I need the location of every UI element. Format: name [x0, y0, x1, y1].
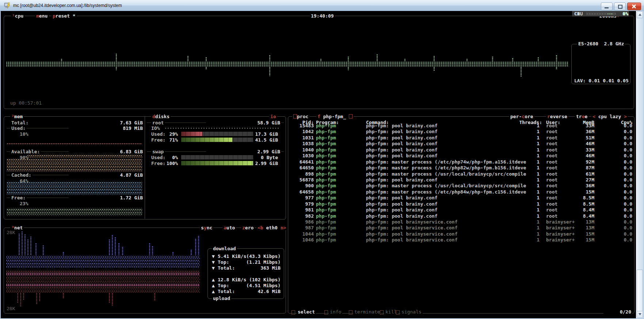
footer-terminate[interactable]: terminate — [353, 309, 381, 315]
process-row[interactable]: 981 php-fpm php-fpm: pool brainy.conf 1 … — [288, 207, 634, 213]
scrollbar-down-button[interactable] — [637, 311, 643, 318]
process-program: php-fpm — [316, 195, 336, 200]
io-mode-button[interactable]: io — [269, 114, 277, 119]
tab-mem[interactable]: ²mem — [10, 114, 24, 119]
process-cpu: 0.0 — [607, 135, 632, 140]
titlebar[interactable]: mc [root@ub24.itdeveloper.com.ua]:/lib/s… — [0, 0, 644, 11]
process-row[interactable]: 977 php-fpm php-fpm: pool brainy.conf 1 … — [288, 195, 634, 201]
net-sync-button[interactable]: sync — [200, 225, 213, 230]
preset-hotkey: p — [53, 13, 56, 19]
disk-swap-name: swap — [151, 149, 165, 154]
process-cpu: 0.0 — [607, 141, 632, 146]
scrollbar-up-button[interactable] — [637, 11, 643, 18]
scrollbar-thumb[interactable] — [637, 270, 643, 311]
menu-button[interactable]: menu — [35, 13, 49, 19]
disk-swap-size: 2.99 GiB — [206, 149, 281, 154]
footer-signals[interactable]: signals — [400, 309, 423, 315]
tab-cpu[interactable]: ¹cpu — [11, 13, 24, 19]
process-pid: 1030 — [288, 153, 314, 158]
process-pid: 979 — [288, 201, 314, 207]
process-row[interactable]: 1031 php-fpm php-fpm: pool brainy.conf 1… — [288, 135, 634, 141]
terminal-scrollbar[interactable] — [636, 11, 643, 318]
reverse-post: everse — [550, 114, 567, 119]
process-program: php-fpm — [316, 177, 336, 183]
process-threads: 1 — [512, 129, 540, 134]
kill-key-icon[interactable] — [380, 310, 384, 315]
process-row[interactable]: 982 php-fpm php-fpm: pool brainy.conf 1 … — [288, 213, 634, 219]
mem-row-percent: 10% — [20, 131, 28, 137]
zero-post: ero — [245, 225, 254, 230]
process-threads: 1 — [512, 141, 540, 146]
reverse-toggle[interactable]: reverse — [546, 114, 568, 119]
upload-arrow-icon: ▲ — [212, 283, 215, 288]
tab-proc[interactable]: proc — [292, 114, 309, 119]
process-row[interactable]: 15483 php-fpm php-fpm: pool brainy.conf … — [288, 123, 634, 129]
process-command: php-fpm: pool brainy.conf — [366, 147, 438, 153]
lav-gap — [586, 78, 588, 83]
core-label: C3 — [574, 11, 580, 16]
process-row[interactable]: 987 php-fpm php-fpm: pool brainyservice.… — [288, 225, 634, 231]
proc-tab-label: proc — [297, 114, 308, 119]
process-row[interactable]: 900 php-fpm php-fpm: master process (/us… — [288, 183, 634, 189]
mem-row-value: 819 MiB — [69, 125, 144, 131]
info-key-icon[interactable] — [324, 310, 328, 315]
process-row[interactable]: 1044 php-fpm php-fpm: pool brainyservice… — [288, 231, 634, 237]
process-row[interactable]: 1040 php-fpm php-fpm: pool brainy.conf 1… — [288, 147, 634, 153]
process-row[interactable]: 64658 php-fpm php-fpm: master process (/… — [288, 189, 634, 195]
disk-root-used-value: 17.3 GiB — [206, 131, 279, 137]
process-user: root — [546, 165, 557, 170]
percore-toggle[interactable]: per-core — [509, 114, 534, 119]
process-threads: 1 — [512, 237, 540, 243]
process-row[interactable]: 986 php-fpm php-fpm: pool brainyservice.… — [288, 219, 634, 225]
process-row[interactable]: 64650 php-fpm php-fpm: master process (/… — [288, 165, 634, 171]
minimize-button[interactable] — [601, 3, 613, 10]
select-up-key-icon[interactable] — [291, 310, 295, 315]
tree-toggle[interactable]: tree — [575, 114, 588, 119]
process-pid: 1038 — [288, 141, 314, 146]
process-user: root — [546, 177, 557, 183]
proc-tab-number-icon — [293, 114, 297, 119]
disk-root-name: root — [151, 120, 165, 125]
footer-select[interactable]: select — [297, 309, 316, 315]
process-cpu: 0.0 — [607, 213, 632, 219]
menu-label: enu — [39, 13, 47, 19]
process-program: php-fpm — [316, 165, 336, 170]
process-program: php-fpm — [316, 213, 336, 219]
process-row[interactable]: 1042 php-fpm php-fpm: pool brainy.conf 1… — [288, 129, 634, 135]
footer-info[interactable]: info — [329, 309, 342, 315]
preset-button[interactable]: preset * — [52, 13, 77, 19]
signals-key-icon[interactable] — [396, 310, 400, 315]
process-row[interactable]: 898 php-fpm php-fpm: master process (/us… — [288, 171, 634, 177]
maximize-button[interactable] — [614, 3, 626, 10]
net-scale-bottom: 28K — [7, 306, 15, 311]
filter-input[interactable]: php-fpm_ — [323, 114, 346, 119]
sort-prev-icon[interactable]: < — [592, 114, 595, 119]
sort-selector[interactable]: < cpu lazy > — [591, 114, 628, 119]
uptime: up 00:57:01 — [10, 100, 42, 106]
process-row[interactable]: 64641 php-fpm php-fpm: master process (/… — [288, 159, 634, 165]
mem-row-value: 4.87 GiB — [69, 172, 144, 178]
percore-hotkey: c — [522, 114, 525, 119]
close-button[interactable] — [627, 3, 641, 10]
filter-clear-icon[interactable] — [349, 114, 353, 119]
mem-row-label: Cached: — [10, 172, 33, 178]
terminate-key-icon[interactable] — [349, 310, 353, 315]
process-row[interactable]: 979 php-fpm php-fpm: pool brainy.conf 1 … — [288, 201, 634, 207]
process-command: php-fpm: master process (/etc/php84w/php… — [366, 189, 526, 195]
net-device-switcher[interactable]: <b eth0 n> — [256, 225, 287, 230]
net-zero-button[interactable]: zero — [241, 225, 255, 230]
process-pid: 981 — [288, 207, 314, 213]
process-cpu: 0.0 — [607, 189, 632, 195]
process-command: php-fpm: pool brainy.conf — [366, 153, 438, 158]
process-row[interactable]: 1038 php-fpm php-fpm: pool brainy.conf 1… — [288, 141, 634, 147]
traffic-value: 42.6 MiB — [235, 289, 281, 294]
process-row[interactable]: 1046 php-fpm php-fpm: pool brainyservice… — [288, 237, 634, 243]
sort-next-icon[interactable]: > — [624, 114, 627, 119]
process-row[interactable]: 56878 php-fpm php-fpm: pool brainy.conf … — [288, 177, 634, 183]
process-row[interactable]: 1030 php-fpm php-fpm: pool brainy.conf 1… — [288, 153, 634, 159]
proc-filter[interactable]: f php-fpm_ — [316, 114, 354, 119]
process-user: root — [546, 147, 557, 153]
process-program: php-fpm — [316, 237, 336, 243]
scroll-down-icon — [639, 313, 641, 315]
net-auto-button[interactable]: auto — [222, 225, 236, 230]
